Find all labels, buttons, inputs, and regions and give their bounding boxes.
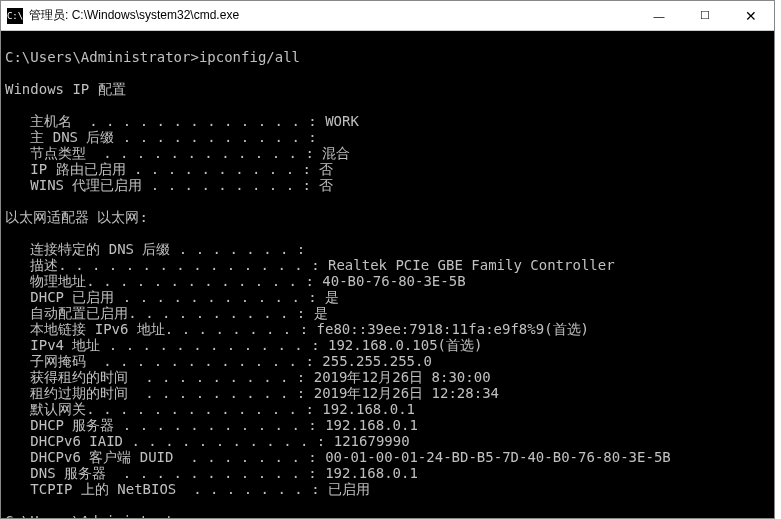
cfg-iprouting: IP 路由已启用 . . . . . . . . . . : 否 bbox=[5, 161, 333, 177]
adapter-ipv4: IPv4 地址 . . . . . . . . . . . . : 192.16… bbox=[5, 337, 482, 353]
adapter-autoconf: 自动配置已启用. . . . . . . . . . : 是 bbox=[5, 305, 328, 321]
window-controls: — ☐ ✕ bbox=[636, 1, 774, 31]
adapter-mac: 物理地址. . . . . . . . . . . . . : 40-B0-76… bbox=[5, 273, 466, 289]
adapter-dns-server: DNS 服务器 . . . . . . . . . . . : 192.168.… bbox=[5, 465, 418, 481]
section-header: Windows IP 配置 bbox=[5, 81, 126, 97]
adapter-netbios: TCPIP 上的 NetBIOS . . . . . . . : 已启用 bbox=[5, 481, 370, 497]
prompt-line: C:\Users\Administrator>ipconfig/all bbox=[5, 49, 300, 65]
adapter-dhcp-server: DHCP 服务器 . . . . . . . . . . . : 192.168… bbox=[5, 417, 418, 433]
close-button[interactable]: ✕ bbox=[728, 1, 774, 31]
adapter-dnssuffix: 连接特定的 DNS 后缀 . . . . . . . : bbox=[5, 241, 314, 257]
adapter-gateway: 默认网关. . . . . . . . . . . . . : 192.168.… bbox=[5, 401, 415, 417]
adapter-dhcpv6-duid: DHCPv6 客户端 DUID . . . . . . . : 00-01-00… bbox=[5, 449, 671, 465]
adapter-subnet: 子网掩码 . . . . . . . . . . . . : 255.255.2… bbox=[5, 353, 432, 369]
adapter-lease-obtained: 获得租约的时间 . . . . . . . . . : 2019年12月26日 … bbox=[5, 369, 491, 385]
command-text: ipconfig/all bbox=[199, 49, 300, 65]
adapter-dhcp: DHCP 已启用 . . . . . . . . . . . : 是 bbox=[5, 289, 339, 305]
adapter-linklocal-ipv6: 本地链接 IPv6 地址. . . . . . . . : fe80::39ee… bbox=[5, 321, 589, 337]
adapter-header: 以太网适配器 以太网: bbox=[5, 209, 148, 225]
cfg-nodetype: 节点类型 . . . . . . . . . . . . : 混合 bbox=[5, 145, 350, 161]
adapter-description: 描述. . . . . . . . . . . . . . . : Realte… bbox=[5, 257, 615, 273]
prompt-line: C:\Users\Administrator> bbox=[5, 513, 199, 518]
minimize-button[interactable]: — bbox=[636, 1, 682, 31]
terminal-output[interactable]: C:\Users\Administrator>ipconfig/all Wind… bbox=[1, 31, 774, 518]
cfg-winsproxy: WINS 代理已启用 . . . . . . . . . : 否 bbox=[5, 177, 333, 193]
prompt: C:\Users\Administrator> bbox=[5, 513, 199, 518]
titlebar[interactable]: C:\ 管理员: C:\Windows\system32\cmd.exe — ☐… bbox=[1, 1, 774, 31]
cmd-icon: C:\ bbox=[7, 8, 23, 24]
prompt: C:\Users\Administrator> bbox=[5, 49, 199, 65]
window-title: 管理员: C:\Windows\system32\cmd.exe bbox=[29, 7, 636, 24]
maximize-button[interactable]: ☐ bbox=[682, 1, 728, 31]
adapter-dhcpv6-iaid: DHCPv6 IAID . . . . . . . . . . . : 1216… bbox=[5, 433, 410, 449]
cfg-primary-dns: 主 DNS 后缀 . . . . . . . . . . . : bbox=[5, 129, 325, 145]
cmd-window: C:\ 管理员: C:\Windows\system32\cmd.exe — ☐… bbox=[0, 0, 775, 519]
cfg-hostname: 主机名 . . . . . . . . . . . . . : WORK bbox=[5, 113, 359, 129]
adapter-lease-expires: 租约过期的时间 . . . . . . . . . : 2019年12月26日 … bbox=[5, 385, 499, 401]
